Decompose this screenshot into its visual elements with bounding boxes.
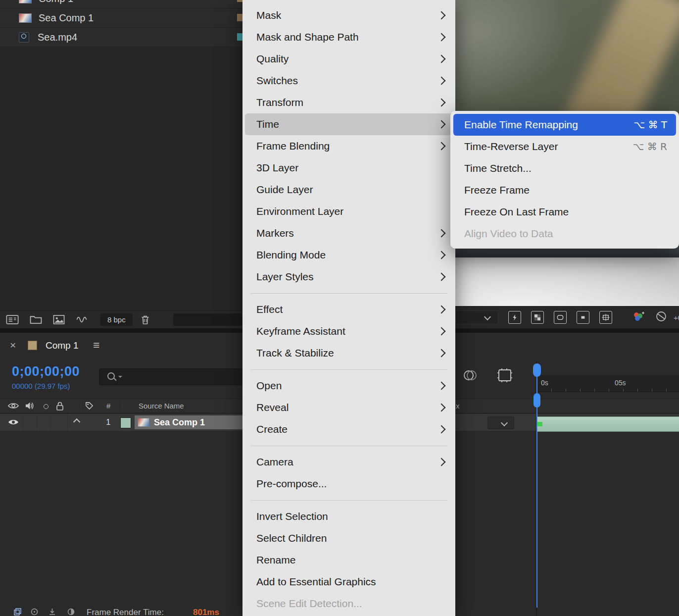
project-item-comp-1[interactable]: Comp 1 [0,0,242,8]
vr-sphere-icon[interactable] [656,311,667,324]
download-frame-icon[interactable] [48,608,56,616]
playhead-ruler-handle[interactable] [534,393,540,408]
half-circle-icon[interactable] [67,608,75,616]
render-cycle-icon[interactable] [31,608,38,616]
layer-color-swatch[interactable] [120,417,131,428]
lock-icon[interactable] [56,402,63,412]
menu-item-track-stabilize[interactable]: Track & Stabilize [245,342,453,364]
expand-layers-icon[interactable] [14,608,21,616]
column-cut-text: x [456,402,460,410]
project-item-label: Sea.mp4 [38,32,77,43]
layer-duration-bar[interactable] [537,416,679,432]
menu-item-guide-layer[interactable]: Guide Layer [245,179,453,201]
shortcut-label: ⌥ ⌘ R [632,141,667,153]
project-item-sea-comp-1[interactable]: Sea Comp 1 [0,8,242,28]
column-source-name[interactable]: Source Name [139,402,184,410]
menu-item-mask-and-shape-path[interactable]: Mask and Shape Path [245,26,453,48]
submenu-item-freeze-on-last-frame[interactable]: Freeze On Last Frame [453,201,676,223]
transparency-grid-button[interactable] [531,311,544,324]
menu-item-invert-selection[interactable]: Invert Selection [245,506,453,527]
submenu-chevron-icon [437,404,446,412]
menu-separator [242,364,455,375]
bit-depth-button[interactable]: 8 bpc [100,313,133,326]
composition-icon [19,0,32,3]
submenu-item-enable-time-remapping[interactable]: Enable Time Remapping ⌥ ⌘ T [453,114,676,136]
submenu-item-time-stretch[interactable]: Time Stretch... [453,157,676,179]
menu-item-pre-compose[interactable]: Pre-compose... [245,473,453,495]
graph-editor-icon[interactable] [497,368,513,385]
menu-item-environment-layer[interactable]: Environment Layer [245,201,453,222]
comp-tab-swatch [28,341,37,350]
layer-visibility-eye-icon[interactable] [8,418,19,428]
label-color-chip[interactable] [237,0,242,2]
submenu-chevron-icon [437,306,446,314]
interpret-footage-icon[interactable] [76,315,88,324]
exposure-value[interactable]: +0 [674,313,679,322]
menu-item-frame-blending[interactable]: Frame Blending [245,135,453,157]
menu-separator [242,440,455,451]
motion-blur-toggle-icon[interactable] [463,369,478,384]
search-options-caret-icon [118,376,122,380]
menu-item-layer-styles[interactable]: Layer Styles [245,266,453,288]
menu-item-mask[interactable]: Mask [245,4,453,26]
project-item-sea-mp4[interactable]: Sea.mp4 [0,28,242,47]
in-point-marker[interactable] [537,422,542,426]
menu-item-open[interactable]: Open [245,375,453,397]
label-color-chip[interactable] [237,14,242,21]
menu-item-create[interactable]: Create [245,418,453,440]
project-flowchart-icon[interactable] [6,315,19,324]
render-time-value: 801ms [193,608,219,616]
video-eye-icon[interactable] [8,402,19,411]
current-timecode[interactable]: 0;00;00;00 [12,364,80,379]
menu-item-time[interactable]: Time [245,113,453,135]
menu-item-quality[interactable]: Quality [245,48,453,70]
label-color-chip[interactable] [237,33,242,41]
new-composition-icon[interactable] [53,315,65,324]
region-of-interest-button[interactable] [577,311,589,324]
menu-separator [242,288,455,299]
solo-icon[interactable] [44,404,48,409]
close-tab-icon[interactable]: × [10,339,16,351]
submenu-chevron-icon [437,11,446,20]
new-folder-icon[interactable] [30,315,42,324]
submenu-item-time-reverse-layer[interactable]: Time-Reverse Layer ⌥ ⌘ R [453,136,676,157]
parent-link-dropdown[interactable] [487,416,514,429]
label-tag-icon[interactable] [85,402,94,412]
magnification-dropdown[interactable] [455,310,498,324]
panel-resize-groove[interactable] [173,313,242,326]
timeline-search-input[interactable] [99,368,253,385]
menu-item-3d-layer[interactable]: 3D Layer [245,157,453,179]
menu-item-camera[interactable]: Camera [245,451,453,473]
time-ruler[interactable]: 0s 05s [537,375,679,392]
menu-item-markers[interactable]: Markers [245,222,453,244]
menu-item-switches[interactable]: Switches [245,70,453,92]
viewer-toolbar: +0 [455,306,679,329]
audio-speaker-icon[interactable] [25,402,34,412]
layer-expand-chevron-icon[interactable] [73,418,80,425]
menu-item-reveal[interactable]: Reveal [245,397,453,418]
fast-previews-button[interactable] [508,311,521,324]
chevron-down-icon [484,313,491,320]
menu-item-add-to-essential-graphics[interactable]: Add to Essential Graphics [245,571,453,593]
menu-item-rename[interactable]: Rename [245,549,453,571]
color-management-icon[interactable] [632,311,645,324]
submenu-chevron-icon [437,229,446,238]
render-time-label: Frame Render Time: [87,608,164,616]
comp-tab-title[interactable]: Comp 1 [46,340,79,351]
menu-item-select-children[interactable]: Select Children [245,527,453,549]
menu-item-blending-mode[interactable]: Blending Mode [245,244,453,266]
menu-item-keyframe-assistant[interactable]: Keyframe Assistant [245,320,453,342]
menu-item-transform[interactable]: Transform [245,92,453,113]
layer-context-menu: Mask Mask and Shape Path Quality Switche… [242,0,455,616]
menu-item-effect[interactable]: Effect [245,299,453,320]
safe-margins-button[interactable] [599,311,612,324]
panel-menu-icon[interactable]: ≡ [93,339,99,352]
submenu-item-freeze-frame[interactable]: Freeze Frame [453,179,676,201]
submenu-item-align-video-to-data: Align Video to Data [453,223,676,245]
shortcut-label: ⌥ ⌘ T [633,119,667,131]
column-number[interactable]: # [106,402,110,410]
trash-icon[interactable] [141,315,150,325]
mask-visibility-button[interactable] [554,311,567,324]
submenu-chevron-icon [437,77,446,85]
playhead-handle[interactable] [533,363,541,377]
